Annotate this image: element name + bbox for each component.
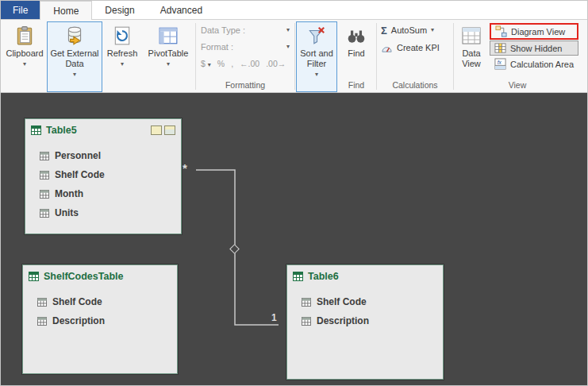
maximize-icon[interactable]: [151, 125, 162, 135]
formatting-group-label: Formatting: [197, 79, 294, 92]
table-card-shelfcodestable[interactable]: ShelfCodesTable Shelf Code Description: [22, 264, 178, 374]
pivottable-button[interactable]: PivotTable ▾: [142, 21, 194, 92]
create-kpi-button[interactable]: Create KPI: [378, 39, 452, 56]
chevron-down-icon: ▾: [431, 27, 434, 33]
group-separator: [453, 23, 454, 90]
tab-advanced[interactable]: Advanced: [148, 1, 215, 19]
table-icon: [31, 125, 41, 135]
get-external-data-button[interactable]: Get External Data ▾: [47, 21, 102, 92]
chevron-down-icon: ▾: [121, 61, 124, 68]
clipboard-icon: [14, 25, 35, 46]
format-label: Format :: [201, 42, 233, 52]
column-icon: [37, 317, 47, 326]
chevron-down-icon: ▾: [315, 71, 318, 78]
view-group: Data View Diagram View Show Hidden: [455, 21, 580, 92]
find-button[interactable]: Find: [337, 21, 375, 79]
field-name: Description: [317, 315, 369, 326]
field-row[interactable]: Personnel: [40, 146, 181, 165]
find-group: Find Find: [337, 21, 375, 92]
fit-to-screen-icon[interactable]: [164, 125, 175, 135]
show-hidden-label: Show Hidden: [510, 44, 562, 53]
diagram-view-icon: [495, 25, 507, 37]
calculations-group: Σ AutoSum ▾ Create KPI Calculations: [378, 21, 452, 92]
pivottable-icon: [158, 25, 179, 46]
data-type-label: Data Type :: [201, 25, 245, 35]
relationship-many-label: *: [183, 161, 187, 175]
column-icon: [40, 171, 49, 179]
tab-design[interactable]: Design: [92, 1, 147, 19]
sigma-icon: Σ: [381, 25, 387, 37]
get-external-data-label: Get External Data: [50, 48, 99, 69]
refresh-icon: [112, 25, 133, 46]
sort-and-filter-label: Sort and Filter: [298, 48, 335, 69]
clipboard-label: Clipboard: [6, 48, 43, 59]
refresh-label: Refresh: [107, 48, 138, 59]
column-icon: [40, 190, 49, 199]
autosum-button[interactable]: Σ AutoSum ▾: [378, 21, 452, 39]
tab-home[interactable]: Home: [40, 1, 92, 20]
field-name: Shelf Code: [55, 169, 105, 180]
chevron-down-icon: ▾: [23, 61, 26, 68]
field-row[interactable]: Month: [40, 184, 181, 203]
percent-format-button[interactable]: %: [217, 59, 225, 68]
table-header[interactable]: Table6: [287, 265, 443, 287]
chevron-down-icon: ▾: [286, 44, 290, 50]
clipboard-button[interactable]: Clipboard ▾: [2, 21, 47, 92]
field-row[interactable]: Shelf Code: [40, 165, 181, 184]
field-row[interactable]: Shelf Code: [302, 292, 443, 311]
table-icon: [293, 272, 303, 281]
data-type-dropdown[interactable]: Data Type : ▾: [197, 21, 294, 38]
field-name: Shelf Code: [52, 296, 102, 307]
format-dropdown[interactable]: Format : ▾: [197, 38, 294, 55]
ribbon: Clipboard ▾ Get External Data ▾ Refresh …: [1, 20, 587, 93]
group-separator: [376, 23, 377, 90]
database-icon: [64, 25, 85, 46]
pivottable-label: PivotTable: [148, 48, 189, 59]
chevron-down-icon: ▾: [286, 27, 290, 33]
table-card-table6[interactable]: Table6 Shelf Code Description: [286, 264, 444, 380]
calculation-area-button[interactable]: fx Calculation Area: [490, 56, 578, 71]
show-hidden-button[interactable]: Show Hidden: [490, 41, 578, 56]
powerpivot-window: File Home Design Advanced Clipboard ▾ Ge…: [0, 0, 588, 386]
create-kpi-label: Create KPI: [397, 43, 440, 52]
table-header[interactable]: Table5: [25, 119, 181, 141]
column-icon: [40, 209, 49, 218]
table-header[interactable]: ShelfCodesTable: [23, 265, 177, 287]
table-name: ShelfCodesTable: [44, 271, 171, 282]
refresh-button[interactable]: Refresh ▾: [102, 21, 142, 92]
data-view-button[interactable]: Data View: [455, 21, 488, 79]
calculations-group-label: Calculations: [378, 79, 452, 92]
tab-bar: File Home Design Advanced: [1, 1, 587, 20]
find-group-label: Find: [337, 79, 375, 92]
field-row[interactable]: Description: [37, 311, 177, 330]
table-name: Table6: [308, 271, 437, 282]
field-name: Month: [55, 188, 83, 199]
show-hidden-icon: [494, 42, 506, 54]
diagram-view-button[interactable]: Diagram View: [490, 23, 578, 40]
field-name: Units: [55, 207, 79, 218]
column-icon: [37, 298, 47, 307]
binoculars-icon: [346, 25, 367, 46]
column-icon: [302, 298, 311, 307]
calculation-area-icon: fx: [494, 58, 506, 70]
decrease-decimal-button[interactable]: .00→: [266, 59, 286, 68]
formatting-group: Data Type : ▾ Format : ▾ $ ▾ % , ←.00 .0…: [197, 21, 294, 92]
increase-decimal-button[interactable]: ←.00: [240, 59, 259, 68]
field-row[interactable]: Shelf Code: [37, 292, 177, 311]
currency-format-button[interactable]: $ ▾: [201, 59, 211, 68]
filter-icon: [306, 25, 327, 46]
column-icon: [40, 152, 49, 160]
field-row[interactable]: Description: [302, 311, 443, 330]
table-name: Table5: [46, 125, 146, 136]
diagram-canvas: * 1 Table5 Personnel: [1, 93, 587, 385]
field-name: Shelf Code: [317, 296, 367, 307]
find-label: Find: [348, 48, 364, 59]
field-row[interactable]: Units: [40, 203, 181, 222]
field-name: Personnel: [55, 150, 101, 161]
tab-file[interactable]: File: [1, 1, 40, 19]
data-view-icon: [461, 25, 482, 46]
sort-and-filter-button[interactable]: Sort and Filter ▾: [296, 21, 337, 92]
thousands-separator-button[interactable]: ,: [231, 59, 233, 68]
table-card-table5[interactable]: Table5 Personnel Shelf Code Month: [25, 118, 182, 234]
view-group-label: View: [455, 79, 580, 92]
